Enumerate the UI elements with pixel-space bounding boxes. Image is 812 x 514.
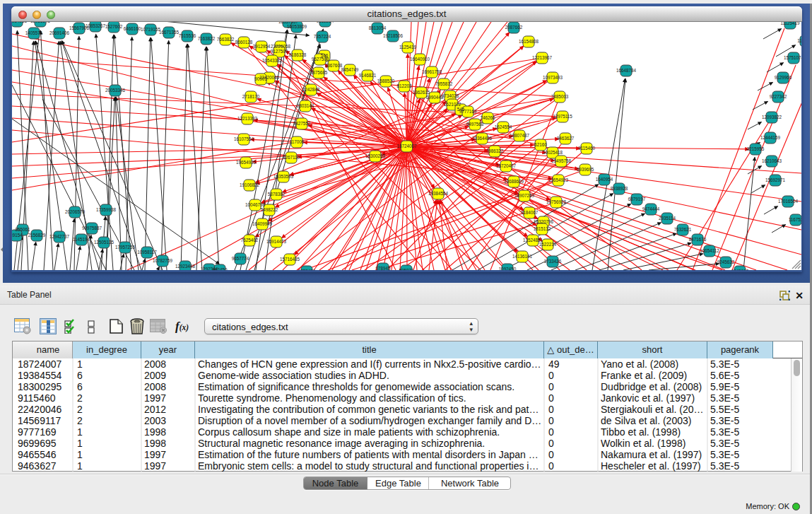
svg-text:2087662: 2087662 [505,25,523,30]
svg-text:19495758: 19495758 [551,158,572,163]
svg-text:1092450: 1092450 [499,267,517,270]
svg-text:12056545: 12056545 [30,22,51,23]
svg-text:23226058: 23226058 [271,44,291,49]
svg-text:812203: 812203 [396,83,412,88]
svg-text:2718170: 2718170 [242,94,260,99]
svg-text:2242848: 2242848 [302,87,320,92]
svg-text:6879197: 6879197 [628,197,646,201]
svg-text:18724007: 18724007 [396,144,417,148]
svg-text:117006: 117006 [290,139,305,144]
svg-text:19106822: 19106822 [240,182,260,187]
svg-text:12923448: 12923448 [175,264,196,269]
svg-text:10543382: 10543382 [262,58,283,63]
svg-text:2935114: 2935114 [659,216,676,221]
svg-text:116753: 116753 [789,217,801,222]
svg-text:9245632: 9245632 [717,259,735,264]
svg-text:12444159: 12444159 [760,135,781,140]
svg-text:8454749: 8454749 [341,67,359,72]
svg-text:11125419: 11125419 [780,22,800,25]
svg-text:1621022: 1621022 [444,102,461,107]
svg-text:10853267: 10853267 [86,23,106,28]
svg-text:9527508: 9527508 [312,57,329,62]
svg-text:978945: 978945 [375,266,391,270]
svg-text:8660128: 8660128 [235,40,253,45]
svg-text:12975115: 12975115 [553,114,572,119]
svg-text:962450: 962450 [212,267,228,270]
svg-text:17359938: 17359938 [96,207,117,212]
svg-text:17957255: 17957255 [115,245,136,250]
svg-text:19218506: 19218506 [383,33,404,38]
svg-text:7357224: 7357224 [314,34,331,39]
svg-text:62160: 62160 [534,142,547,147]
svg-text:16671355: 16671355 [159,30,180,35]
svg-text:16648784: 16648784 [616,68,637,73]
svg-text:90901: 90901 [254,76,267,81]
svg-text:8186328: 8186328 [289,52,307,57]
svg-text:16640910: 16640910 [410,57,430,62]
svg-text:18300295: 18300295 [365,153,386,158]
svg-text:10973493: 10973493 [543,75,563,80]
svg-text:10688609: 10688609 [504,179,524,184]
svg-text:19654935: 19654935 [236,160,257,165]
svg-text:9184067: 9184067 [521,210,539,215]
svg-text:16409949: 16409949 [252,221,273,226]
svg-text:1733426: 1733426 [298,269,316,270]
svg-text:9657774: 9657774 [232,256,249,261]
svg-text:19756928: 19756928 [546,199,567,204]
svg-text:12942737: 12942737 [49,234,70,239]
svg-text:7485003: 7485003 [551,94,569,99]
svg-text:746266: 746266 [480,115,495,120]
svg-text:8471676: 8471676 [689,237,707,242]
svg-text:7163822: 7163822 [198,36,216,41]
svg-text:10719155: 10719155 [141,27,161,32]
svg-text:1815132: 1815132 [534,226,551,231]
svg-text:7663822: 7663822 [217,37,235,42]
svg-text:5498222: 5498222 [261,207,278,212]
svg-text:1733426: 1733426 [544,259,562,264]
svg-text:1112027: 1112027 [797,38,801,43]
svg-text:8938928: 8938928 [611,186,628,191]
svg-text:1362615: 1362615 [413,90,430,95]
svg-text:12213393: 12213393 [237,116,258,121]
svg-text:15353593: 15353593 [273,174,294,179]
svg-text:12213967: 12213967 [532,55,553,60]
svg-text:1640954: 1640954 [596,177,613,182]
svg-text:15716485: 15716485 [280,257,300,262]
svg-text:7955812: 7955812 [435,81,453,86]
svg-text:9734028: 9734028 [442,93,459,98]
svg-text:12093822: 12093822 [762,115,782,119]
svg-text:6497568: 6497568 [466,122,484,127]
svg-text:1145194: 1145194 [73,237,90,242]
svg-text:20053346: 20053346 [105,88,126,93]
svg-text:8267110: 8267110 [283,155,300,160]
svg-text:7515536: 7515536 [179,33,196,38]
svg-text:855061: 855061 [15,227,30,232]
svg-text:15692971: 15692971 [765,177,786,182]
svg-text:20364436: 20364436 [472,136,493,141]
svg-text:90975887: 90975887 [82,226,102,230]
svg-text:9129966: 9129966 [775,75,792,80]
svg-text:1405571: 1405571 [25,30,43,35]
svg-text:6466160: 6466160 [124,26,141,31]
svg-text:16961758: 16961758 [422,69,442,74]
svg-text:9862264: 9862264 [317,22,334,23]
svg-text:9463627: 9463627 [557,136,575,141]
svg-text:9245612: 9245612 [731,269,749,270]
svg-text:39154: 39154 [12,233,23,238]
svg-text:9115460: 9115460 [578,146,596,151]
svg-text:7625402: 7625402 [241,238,259,243]
svg-text:15751074: 15751074 [784,55,801,60]
svg-text:1522214: 1522214 [539,242,557,247]
svg-text:3912954: 3912954 [253,44,271,49]
svg-text:10046798: 10046798 [245,202,266,207]
svg-text:17016504: 17016504 [778,199,799,204]
svg-text:10958117: 10958117 [137,250,157,255]
svg-text:16107554: 16107554 [234,136,254,141]
svg-text:1125419: 1125419 [399,45,417,49]
svg-text:1588520: 1588520 [377,78,395,83]
svg-text:9146821: 9146821 [359,73,377,78]
svg-text:16914473: 16914473 [266,239,287,244]
svg-text:9474444: 9474444 [642,206,660,211]
svg-text:1624554: 1624554 [495,124,512,129]
svg-text:3215955: 3215955 [747,146,765,151]
